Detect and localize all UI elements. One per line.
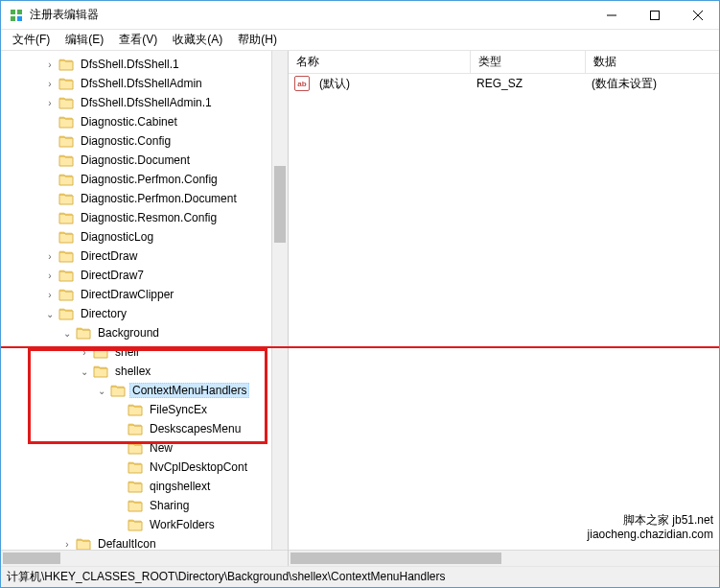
menu-edit[interactable]: 编辑(E) [58,30,111,50]
tree-node[interactable]: ›DfsShell.DfsShell.1 [1,55,288,74]
tree-node[interactable]: Diagnostic.Document [1,151,288,170]
tree-node[interactable]: ›DirectDraw [1,247,288,266]
toggle-spacer [112,441,126,455]
scrollbar-thumb[interactable] [3,553,60,564]
tree-node[interactable]: ⌄shellex [1,362,288,381]
tree-node[interactable]: ›shell [1,342,288,362]
menu-favorites[interactable]: 收藏夹(A) [165,30,230,50]
window-title: 注册表编辑器 [30,7,590,23]
tree-node[interactable]: ⌄ContextMenuHandlers [1,381,288,400]
values-pane: 名称 类型 数据 ab (默认) REG_SZ (数值未设置) [289,51,719,566]
tree-node-label: DirectDraw [78,248,140,264]
folder-icon [128,441,143,455]
folder-icon [76,326,91,340]
maximize-button[interactable] [633,1,676,29]
toggle-spacer [112,460,126,474]
tree-node[interactable]: ›DirectDraw7 [1,266,288,285]
tree-node-label: DirectDrawClipper [78,287,176,302]
titlebar[interactable]: 注册表编辑器 [1,1,719,30]
minimize-button[interactable] [590,1,633,29]
folder-icon [58,96,74,109]
scrollbar-thumb[interactable] [274,166,286,243]
tree-node[interactable]: Diagnostic.Resmon.Config [1,208,288,227]
value-name: (默认) [312,74,469,94]
expand-icon[interactable]: › [60,537,74,551]
tree-node-label: Diagnostic.Document [78,153,193,168]
horizontal-scrollbar[interactable] [289,550,719,566]
collapse-icon[interactable]: ⌄ [95,384,108,397]
column-data[interactable]: 数据 [586,50,719,74]
list-header: 名称 类型 数据 [289,51,719,74]
window-buttons [590,1,719,29]
tree-node[interactable]: WorkFolders [1,515,288,534]
tree-node[interactable]: Diagnostic.Cabinet [1,112,288,131]
collapse-icon[interactable]: ⌄ [43,307,57,320]
tree-node[interactable]: Diagnostic.Perfmon.Config [1,170,288,189]
folder-icon [110,384,126,397]
collapse-icon[interactable]: ⌄ [78,365,91,378]
menu-view[interactable]: 查看(V) [111,30,165,50]
folder-icon [58,192,74,205]
menubar: 文件(F) 编辑(E) 查看(V) 收藏夹(A) 帮助(H) [1,30,719,51]
tree-node[interactable]: ›DirectDrawClipper [1,285,288,304]
scrollbar-thumb[interactable] [290,553,501,564]
registry-tree[interactable]: ›DfsShell.DfsShell.1›DfsShell.DfsShellAd… [1,51,288,566]
expand-icon[interactable]: › [43,58,57,71]
expand-icon[interactable]: › [43,269,57,282]
tree-node[interactable]: Diagnostic.Perfmon.Document [1,189,288,208]
list-body[interactable]: ab (默认) REG_SZ (数值未设置) [289,74,719,566]
expand-icon[interactable]: › [43,96,57,109]
tree-node[interactable]: New [1,438,288,458]
list-item[interactable]: ab (默认) REG_SZ (数值未设置) [289,74,719,93]
menu-file[interactable]: 文件(F) [5,30,58,50]
folder-icon [128,518,143,531]
tree-node-label: Diagnostic.Cabinet [78,114,180,129]
tree-node-label: Diagnostic.Config [78,133,174,149]
tree-node[interactable]: ›DfsShell.DfsShellAdmin.1 [1,93,288,112]
column-type[interactable]: 类型 [471,50,586,74]
folder-icon [58,211,74,224]
tree-node[interactable]: ›DfsShell.DfsShellAdmin [1,74,288,93]
toggle-spacer [43,173,57,186]
folder-icon [58,269,74,282]
toggle-spacer [112,480,126,493]
tree-node[interactable]: Sharing [1,496,288,515]
tree-node-label: DfsShell.DfsShellAdmin [78,76,205,91]
tree-node[interactable]: FileSyncEx [1,400,288,419]
close-button[interactable] [676,1,719,29]
tree-node[interactable]: DeskscapesMenu [1,419,288,438]
menu-help[interactable]: 帮助(H) [230,30,285,50]
folder-icon [128,403,143,416]
tree-node[interactable]: ⌄Directory [1,304,288,323]
tree-node-label: New [147,440,175,456]
tree-node[interactable]: DiagnosticLog [1,227,288,247]
toggle-spacer [43,211,57,224]
vertical-scrollbar[interactable] [271,51,288,550]
toggle-spacer [43,134,57,148]
tree-node-label: Directory [78,306,129,321]
folder-icon [128,460,143,474]
folder-icon [58,307,74,320]
tree-node-label: NvCplDesktopCont [147,459,250,475]
tree-node-label: ContextMenuHandlers [129,383,249,398]
app-icon [9,8,24,23]
collapse-icon[interactable]: ⌄ [60,326,74,340]
tree-node[interactable]: NvCplDesktopCont [1,458,288,477]
tree-node-label: qingshellext [147,479,213,494]
folder-icon [93,365,108,378]
tree-pane: ›DfsShell.DfsShell.1›DfsShell.DfsShellAd… [1,51,289,566]
expand-icon[interactable]: › [43,288,57,301]
tree-node[interactable]: Diagnostic.Config [1,131,288,151]
folder-icon [128,480,143,493]
expand-icon[interactable]: › [78,345,91,359]
content-area: ›DfsShell.DfsShell.1›DfsShell.DfsShellAd… [1,51,719,566]
expand-icon[interactable]: › [43,249,57,263]
column-name[interactable]: 名称 [289,50,471,74]
folder-icon [93,345,108,359]
horizontal-scrollbar[interactable] [1,550,288,566]
tree-node[interactable]: qingshellext [1,477,288,496]
expand-icon[interactable]: › [43,77,57,90]
tree-node[interactable]: ⌄Background [1,323,288,342]
folder-icon [128,499,143,512]
toggle-spacer [43,230,57,244]
